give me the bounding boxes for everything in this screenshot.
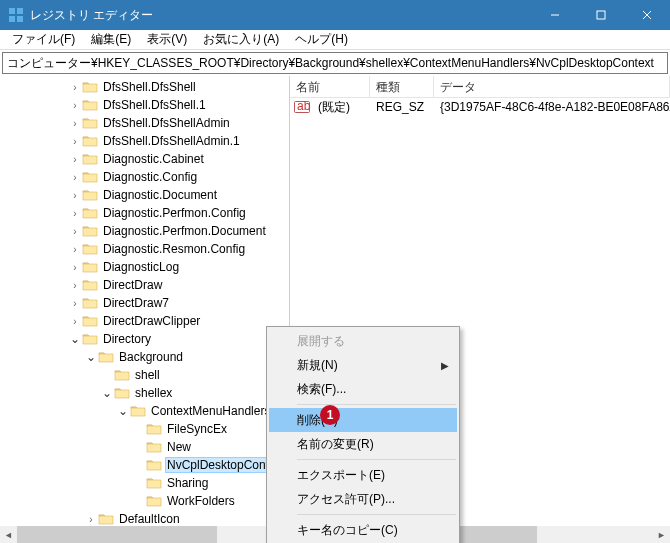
svg-rect-0 [9, 8, 15, 14]
collapse-icon[interactable]: ⌄ [84, 350, 98, 364]
tree-item[interactable]: ›Diagnostic.Document [0, 186, 289, 204]
col-name[interactable]: 名前 [290, 76, 370, 97]
collapse-icon[interactable]: ⌄ [100, 386, 114, 400]
expand-icon[interactable]: › [68, 100, 82, 111]
value-type: REG_SZ [370, 100, 434, 114]
expand-icon[interactable]: › [68, 298, 82, 309]
menu-view[interactable]: 表示(V) [139, 29, 195, 50]
svg-rect-1 [17, 8, 23, 14]
folder-icon [82, 224, 98, 238]
tree-item[interactable]: ⌄Directory [0, 330, 289, 348]
expand-icon[interactable]: › [68, 136, 82, 147]
registry-tree[interactable]: ›DfsShell.DfsShell›DfsShell.DfsShell.1›D… [0, 76, 289, 526]
scroll-thumb[interactable] [17, 526, 217, 543]
folder-icon [82, 98, 98, 112]
tree-item-label: Diagnostic.Document [101, 188, 219, 202]
address-bar[interactable]: コンピューター¥HKEY_CLASSES_ROOT¥Directory¥Back… [2, 52, 668, 74]
tree-item[interactable]: ›DfsShell.DfsShellAdmin.1 [0, 132, 289, 150]
expand-icon[interactable]: › [68, 244, 82, 255]
expand-icon[interactable]: › [68, 280, 82, 291]
tree-item-label: DefaultIcon [117, 512, 182, 526]
tree-item[interactable]: ›WorkFolders [0, 492, 289, 510]
cm-copy-keyname[interactable]: キー名のコピー(C) [269, 518, 457, 542]
expand-icon[interactable]: › [68, 172, 82, 183]
value-row[interactable]: ab(既定)REG_SZ{3D1975AF-48C6-4f8e-A182-BE0… [290, 98, 670, 116]
tree-item[interactable]: ›DfsShell.DfsShellAdmin [0, 114, 289, 132]
tree-item[interactable]: ›Diagnostic.Perfmon.Document [0, 222, 289, 240]
cm-expand: 展開する [269, 329, 457, 353]
cm-delete[interactable]: 削除(D) [269, 408, 457, 432]
collapse-icon[interactable]: ⌄ [68, 332, 82, 346]
expand-icon[interactable]: › [68, 262, 82, 273]
tree-item[interactable]: ›DiagnosticLog [0, 258, 289, 276]
tree-item[interactable]: ⌄Background [0, 348, 289, 366]
maximize-button[interactable] [578, 0, 624, 30]
tree-scrollbar-h[interactable]: ◄ ► [0, 526, 289, 543]
folder-icon [146, 476, 162, 490]
tree-item[interactable]: ›shell [0, 366, 289, 384]
tree-item[interactable]: ⌄ContextMenuHandlers [0, 402, 289, 420]
menu-file[interactable]: ファイル(F) [4, 29, 83, 50]
tree-item[interactable]: ›Diagnostic.Perfmon.Config [0, 204, 289, 222]
expand-icon[interactable]: › [68, 118, 82, 129]
expand-icon[interactable]: › [68, 82, 82, 93]
tree-item[interactable]: ›DfsShell.DfsShell.1 [0, 96, 289, 114]
scroll-right-icon[interactable]: ► [653, 526, 670, 543]
expand-icon[interactable]: › [68, 226, 82, 237]
tree-item[interactable]: ⌄shellex [0, 384, 289, 402]
scroll-left-icon[interactable]: ◄ [0, 526, 17, 543]
tree-item[interactable]: ›New [0, 438, 289, 456]
tree-item[interactable]: ›Diagnostic.Resmon.Config [0, 240, 289, 258]
col-type[interactable]: 種類 [370, 76, 434, 97]
cm-permissions[interactable]: アクセス許可(P)... [269, 487, 457, 511]
submenu-arrow-icon: ▶ [441, 360, 449, 371]
tree-item[interactable]: ›NvCplDesktopContext [0, 456, 289, 474]
tree-item[interactable]: ›DirectDraw [0, 276, 289, 294]
tree-item[interactable]: ›Diagnostic.Cabinet [0, 150, 289, 168]
tree-item[interactable]: ›DirectDraw7 [0, 294, 289, 312]
folder-icon [82, 242, 98, 256]
cm-separator [297, 459, 456, 460]
col-data[interactable]: データ [434, 76, 670, 97]
tree-item-label: Sharing [165, 476, 210, 490]
folder-icon [82, 170, 98, 184]
folder-icon [98, 350, 114, 364]
expand-icon[interactable]: › [68, 316, 82, 327]
window-buttons [532, 0, 670, 30]
menu-help[interactable]: ヘルプ(H) [287, 29, 356, 50]
folder-icon [146, 458, 162, 472]
folder-icon [146, 494, 162, 508]
expand-icon[interactable]: › [84, 514, 98, 525]
menu-favorites[interactable]: お気に入り(A) [195, 29, 287, 50]
menu-bar: ファイル(F) 編集(E) 表示(V) お気に入り(A) ヘルプ(H) [0, 30, 670, 50]
tree-item[interactable]: ›Diagnostic.Config [0, 168, 289, 186]
cm-find[interactable]: 検索(F)... [269, 377, 457, 401]
folder-icon [82, 188, 98, 202]
expand-icon[interactable]: › [68, 190, 82, 201]
close-button[interactable] [624, 0, 670, 30]
tree-item[interactable]: ›FileSyncEx [0, 420, 289, 438]
tree-item[interactable]: ›DefaultIcon [0, 510, 289, 526]
folder-icon [114, 368, 130, 382]
menu-edit[interactable]: 編集(E) [83, 29, 139, 50]
list-body: ab(既定)REG_SZ{3D1975AF-48C6-4f8e-A182-BE0… [290, 98, 670, 116]
expand-icon[interactable]: › [68, 208, 82, 219]
scroll-track[interactable] [17, 526, 272, 543]
collapse-icon[interactable]: ⌄ [116, 404, 130, 418]
cm-rename[interactable]: 名前の変更(R) [269, 432, 457, 456]
cm-separator [297, 514, 456, 515]
minimize-button[interactable] [532, 0, 578, 30]
title-bar: レジストリ エディター [0, 0, 670, 30]
annotation-badge-1: 1 [320, 405, 340, 425]
cm-separator [297, 404, 456, 405]
cm-export[interactable]: エクスポート(E) [269, 463, 457, 487]
tree-item[interactable]: ›DfsShell.DfsShell [0, 78, 289, 96]
tree-item[interactable]: ›Sharing [0, 474, 289, 492]
folder-icon [82, 296, 98, 310]
tree-item-label: DiagnosticLog [101, 260, 181, 274]
tree-item[interactable]: ›DirectDrawClipper [0, 312, 289, 330]
cm-new[interactable]: 新規(N) ▶ [269, 353, 457, 377]
tree-item-label: FileSyncEx [165, 422, 229, 436]
expand-icon[interactable]: › [68, 154, 82, 165]
tree-pane: ›DfsShell.DfsShell›DfsShell.DfsShell.1›D… [0, 76, 290, 543]
